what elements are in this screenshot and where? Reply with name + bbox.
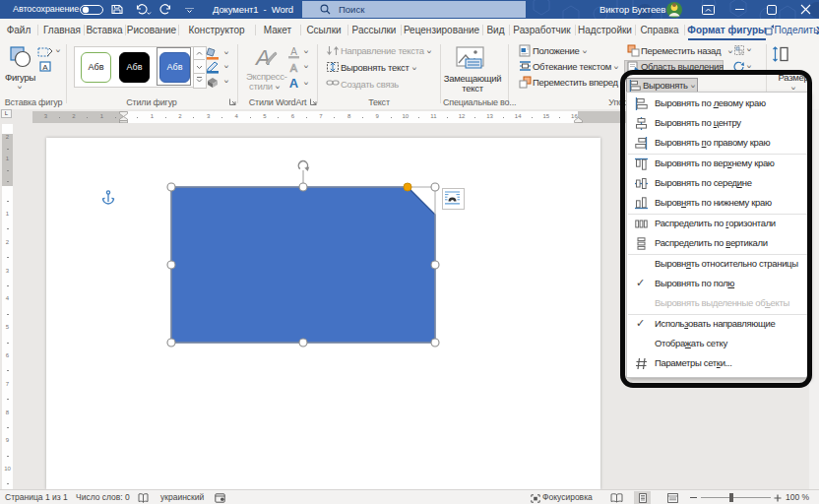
svg-text:А: А [290, 62, 298, 74]
svg-text:А: А [289, 76, 299, 90]
svg-text:А: А [42, 63, 48, 72]
svg-text:A: A [254, 45, 271, 70]
svg-text:А: А [290, 46, 297, 57]
